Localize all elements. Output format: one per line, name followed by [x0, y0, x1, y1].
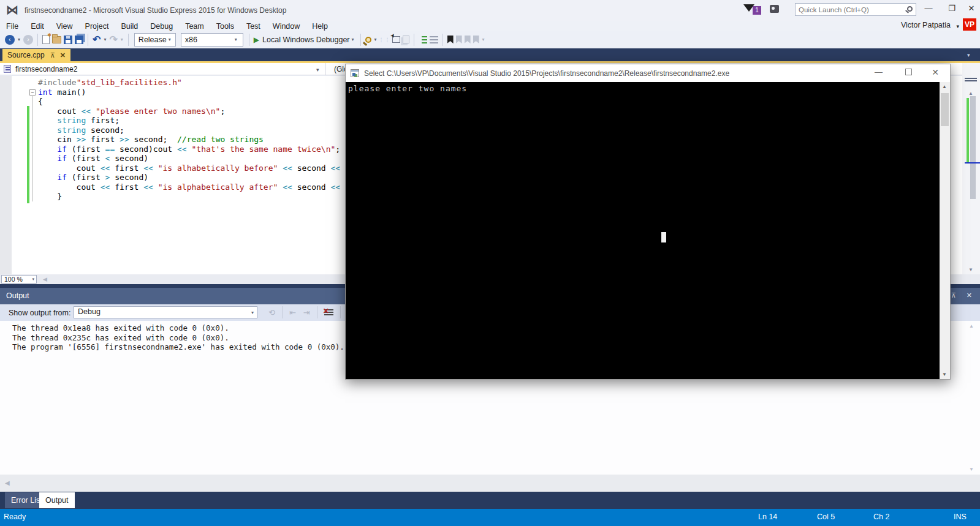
- menu-item-tools[interactable]: Tools: [210, 21, 240, 31]
- toolbar-overflow-icon[interactable]: ▾: [374, 37, 377, 42]
- toolbar-overflow-icon[interactable]: ▾: [482, 37, 485, 42]
- code-line[interactable]: int main(): [38, 88, 369, 97]
- zoom-dropdown[interactable]: 100 %▾: [1, 275, 37, 284]
- code-line[interactable]: cout << first << "is alhabetically befor…: [38, 163, 369, 173]
- copy-button[interactable]: [403, 33, 409, 47]
- navigate-backward-button[interactable]: ‹: [5, 33, 15, 47]
- undo-button[interactable]: ↶: [93, 33, 101, 47]
- scroll-left-arrow-icon[interactable]: ◀: [43, 276, 47, 282]
- menu-item-view[interactable]: View: [50, 21, 79, 31]
- console-vertical-scrollbar[interactable]: ▲ ▼: [940, 82, 950, 379]
- breakpoint-margin[interactable]: [0, 76, 12, 274]
- code-line[interactable]: if (first < second): [38, 154, 369, 163]
- console-output-area[interactable]: please enter two names ▲ ▼: [346, 82, 950, 379]
- console-minimize-button[interactable]: —: [875, 67, 883, 77]
- menu-item-edit[interactable]: Edit: [25, 21, 50, 31]
- platform-dropdown[interactable]: x86▾: [181, 33, 243, 47]
- output-source-dropdown[interactable]: Debug▾: [74, 306, 257, 318]
- console-maximize-button[interactable]: [905, 69, 912, 75]
- redo-caret-icon: ▾: [121, 37, 123, 42]
- code-line[interactable]: string first;: [38, 116, 369, 126]
- collapse-region-toggle[interactable]: −: [29, 89, 36, 96]
- code-line[interactable]: cout << first << "is alphabetically afte…: [38, 182, 369, 192]
- document-tab-strip: Source.cpp ⊼ ✕: [0, 48, 980, 61]
- scroll-down-arrow-icon[interactable]: ▼: [942, 372, 947, 377]
- scroll-down-arrow-icon[interactable]: ▼: [968, 267, 973, 272]
- types-dropdown[interactable]: firstnsecondname2 ▾: [0, 63, 325, 75]
- save-button[interactable]: [64, 33, 72, 47]
- save-all-button[interactable]: [75, 33, 83, 47]
- menu-item-debug[interactable]: Debug: [144, 21, 179, 31]
- output-horizontal-scrollbar[interactable]: ◀: [0, 475, 980, 492]
- uncomment-lines-button[interactable]: [430, 33, 438, 47]
- select-block-button[interactable]: [392, 33, 400, 47]
- console-title-bar[interactable]: Select C:\Users\VP\Documents\Visual Stud…: [346, 64, 950, 82]
- configuration-dropdown[interactable]: Release▾: [134, 33, 176, 47]
- code-line[interactable]: }: [38, 192, 369, 201]
- new-file-button[interactable]: [42, 33, 50, 47]
- find-in-files-button[interactable]: [365, 33, 371, 47]
- tab-overflow-caret-icon[interactable]: ▾: [967, 52, 970, 58]
- scrollbar-thumb[interactable]: [970, 96, 976, 199]
- code-line[interactable]: #include"std_lib_facilities.h": [38, 78, 369, 88]
- restore-button[interactable]: ❐: [944, 4, 960, 13]
- tab-label: Source.cpp: [7, 51, 45, 59]
- toolbar-separator: [128, 34, 129, 46]
- console-window[interactable]: Select C:\Users\VP\Documents\Visual Stud…: [345, 64, 951, 380]
- menu-item-file[interactable]: File: [0, 21, 25, 31]
- output-scroll-up-icon[interactable]: ▲: [969, 323, 974, 329]
- status-insert-mode[interactable]: INS: [954, 513, 967, 521]
- next-bookmark-button[interactable]: [465, 33, 471, 47]
- menu-item-project[interactable]: Project: [79, 21, 115, 31]
- toolbar-separator: [360, 34, 361, 46]
- vs-main-window: ⋈ firstnsecondname2 - Microsoft Visual S…: [0, 0, 980, 526]
- previous-bookmark-button[interactable]: [456, 33, 462, 47]
- open-file-button[interactable]: [52, 33, 61, 47]
- menu-item-test[interactable]: Test: [240, 21, 267, 31]
- close-button[interactable]: ✕: [963, 4, 979, 13]
- close-tab-icon[interactable]: ✕: [60, 51, 66, 59]
- code-line[interactable]: {: [38, 97, 369, 107]
- scroll-up-arrow-icon[interactable]: ▲: [942, 84, 947, 89]
- show-output-from-label: Show output from:: [9, 309, 70, 317]
- code-line[interactable]: cout << "please enter two names\n";: [38, 107, 369, 116]
- feedback-icon[interactable]: [770, 5, 779, 13]
- toggle-bookmark-button[interactable]: [447, 33, 454, 47]
- menu-item-build[interactable]: Build: [115, 21, 144, 31]
- tab-output[interactable]: Output: [39, 492, 75, 508]
- quick-launch-box[interactable]: [795, 3, 916, 16]
- minimize-button[interactable]: —: [921, 4, 936, 13]
- quick-launch-input[interactable]: [799, 4, 902, 15]
- menu-item-team[interactable]: Team: [179, 21, 210, 31]
- splitter-handle-icon[interactable]: [963, 77, 978, 86]
- source-code[interactable]: #include"std_lib_facilities.h"int main()…: [38, 78, 369, 201]
- console-title-text: Select C:\Users\VP\Documents\Visual Stud…: [364, 69, 729, 78]
- code-line[interactable]: string second;: [38, 126, 369, 135]
- console-close-button[interactable]: ✕: [932, 67, 939, 77]
- undo-caret-icon[interactable]: ▾: [104, 37, 106, 42]
- toolbar-drag-handle[interactable]: ⋮⋮: [379, 37, 391, 43]
- pin-icon[interactable]: ⊼: [50, 51, 55, 59]
- start-debugging-button[interactable]: ▶ Local Windows Debugger ▾: [254, 33, 356, 47]
- code-line[interactable]: if (first == second)cout << "that's the …: [38, 145, 369, 154]
- scroll-left-arrow-icon[interactable]: ◀: [5, 479, 10, 486]
- menu-item-window[interactable]: Window: [267, 21, 306, 31]
- tab-source-cpp[interactable]: Source.cpp ⊼ ✕: [2, 49, 70, 61]
- code-line[interactable]: cin >> first >> second; //read two strin…: [38, 135, 369, 145]
- status-column-number[interactable]: Col 5: [817, 513, 835, 521]
- debugger-caret-icon[interactable]: ▾: [352, 37, 354, 42]
- navigate-forward-button[interactable]: ›: [23, 33, 33, 47]
- status-character-number[interactable]: Ch 2: [873, 513, 889, 521]
- redo-button[interactable]: ↷: [109, 33, 117, 47]
- code-line[interactable]: if (first > second): [38, 173, 369, 182]
- clear-bookmarks-button[interactable]: [473, 33, 479, 47]
- comment-lines-button[interactable]: [419, 33, 427, 47]
- notification-count-badge[interactable]: 1: [753, 6, 761, 15]
- clear-all-output-icon[interactable]: [324, 309, 333, 316]
- menu-item-help[interactable]: Help: [306, 21, 334, 31]
- navigate-back-caret-icon[interactable]: ▾: [18, 37, 20, 42]
- scroll-up-arrow-icon[interactable]: ▲: [968, 91, 973, 96]
- console-scrollbar-thumb[interactable]: [941, 93, 949, 126]
- output-scroll-down-icon[interactable]: ▼: [969, 467, 974, 472]
- status-line-number[interactable]: Ln 14: [758, 513, 777, 521]
